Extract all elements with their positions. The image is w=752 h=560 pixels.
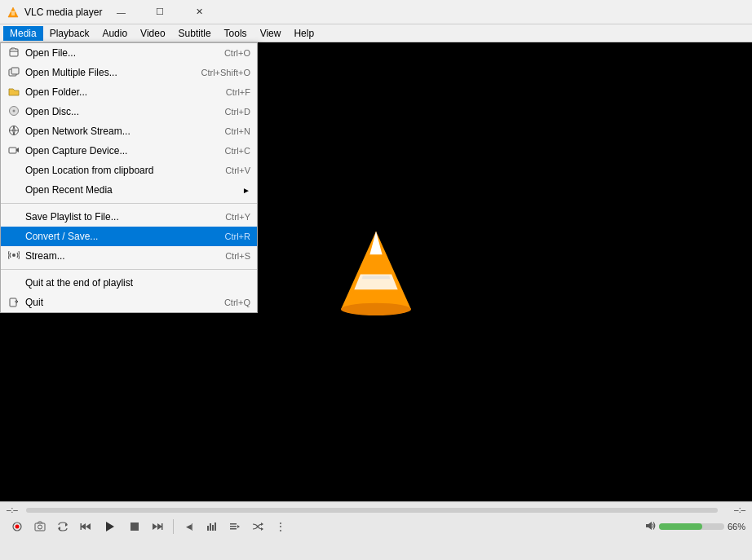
equalizer-button[interactable] bbox=[201, 518, 223, 536]
svg-rect-40 bbox=[230, 523, 237, 525]
open-multiple-shortcut: Ctrl+Shift+O bbox=[201, 68, 250, 77]
stream-shortcut: Ctrl+S bbox=[225, 251, 250, 261]
quit-shortcut: Ctrl+Q bbox=[224, 298, 250, 307]
skip-forward-button[interactable] bbox=[147, 518, 168, 536]
menu-item-convert-save[interactable]: Convert / Save... Ctrl+R bbox=[1, 227, 257, 246]
svg-rect-38 bbox=[212, 525, 214, 531]
svg-marker-34 bbox=[153, 523, 157, 530]
menu-item-open-file[interactable]: Open File... Ctrl+O bbox=[1, 43, 257, 63]
menu-playback[interactable]: Playback bbox=[43, 26, 96, 41]
separator-1 bbox=[173, 519, 174, 534]
svg-rect-18 bbox=[9, 148, 16, 153]
open-network-label: Open Network Stream... bbox=[25, 126, 130, 137]
window-controls: — ☐ ✕ bbox=[102, 0, 218, 24]
stream-icon bbox=[7, 249, 20, 263]
svg-rect-13 bbox=[11, 68, 19, 74]
svg-rect-1 bbox=[11, 12, 15, 15]
svg-point-25 bbox=[38, 525, 42, 529]
shuffle-button[interactable] bbox=[247, 518, 268, 536]
menu-item-quit[interactable]: Quit Ctrl+Q bbox=[1, 293, 257, 312]
open-capture-icon bbox=[7, 144, 20, 158]
minimize-button[interactable]: — bbox=[102, 0, 139, 24]
svg-marker-31 bbox=[106, 522, 114, 531]
menu-bar: Media Playback Audio Video Subtitle Tool… bbox=[0, 24, 752, 42]
loop-button[interactable] bbox=[52, 518, 73, 536]
open-disc-label: Open Disc... bbox=[25, 106, 79, 117]
quit-label: Quit bbox=[25, 297, 43, 308]
open-clipboard-label: Open Location from clipboard bbox=[25, 165, 153, 176]
menu-item-open-folder[interactable]: Open Folder... Ctrl+F bbox=[1, 82, 257, 102]
media-dropdown: Open File... Ctrl+O Open Multiple Files.… bbox=[0, 42, 258, 313]
menu-view[interactable]: View bbox=[254, 26, 288, 41]
svg-marker-46 bbox=[646, 522, 652, 530]
menu-item-open-capture[interactable]: Open Capture Device... Ctrl+C bbox=[1, 141, 257, 161]
open-folder-icon bbox=[7, 86, 20, 99]
volume-icon bbox=[644, 520, 656, 534]
seekbar-row: –:– –:– bbox=[0, 502, 752, 516]
menu-item-open-recent[interactable]: Open Recent Media ► bbox=[1, 180, 257, 200]
skip-back-button[interactable] bbox=[75, 518, 96, 536]
open-clipboard-shortcut: Ctrl+V bbox=[225, 165, 250, 175]
svg-rect-42 bbox=[230, 528, 237, 530]
title-bar-text: VLC media player bbox=[24, 7, 102, 18]
menu-item-quit-end[interactable]: Quit at the end of playlist bbox=[1, 273, 257, 293]
seekbar[interactable] bbox=[26, 508, 718, 513]
volume-slider[interactable] bbox=[659, 523, 724, 530]
open-file-icon bbox=[7, 46, 20, 60]
volume-label: 66% bbox=[728, 522, 745, 531]
menu-item-save-playlist[interactable]: Save Playlist to File... Ctrl+Y bbox=[1, 207, 257, 227]
svg-point-15 bbox=[13, 109, 15, 112]
menu-video[interactable]: Video bbox=[134, 26, 171, 41]
menu-tools[interactable]: Tools bbox=[218, 26, 254, 41]
play-button[interactable] bbox=[98, 518, 122, 536]
menu-item-open-clipboard[interactable]: Open Location from clipboard Ctrl+V bbox=[1, 161, 257, 180]
divider-2 bbox=[1, 269, 257, 270]
svg-rect-39 bbox=[215, 523, 216, 531]
close-button[interactable]: ✕ bbox=[180, 0, 218, 24]
open-network-shortcut: Ctrl+N bbox=[225, 126, 250, 136]
app-icon bbox=[7, 6, 20, 19]
svg-marker-29 bbox=[86, 523, 91, 530]
save-playlist-label: Save Playlist to File... bbox=[25, 211, 119, 223]
menu-item-open-network[interactable]: Open Network Stream... Ctrl+N bbox=[1, 121, 257, 141]
volume-area: 66% bbox=[644, 520, 745, 534]
svg-rect-41 bbox=[230, 526, 237, 527]
quit-icon bbox=[7, 296, 20, 310]
record-button[interactable] bbox=[7, 518, 28, 536]
volume-fill bbox=[659, 523, 702, 530]
maximize-button[interactable]: ☐ bbox=[141, 0, 179, 24]
controls-area: –:– –:– bbox=[0, 501, 752, 560]
menu-audio[interactable]: Audio bbox=[95, 26, 134, 41]
open-folder-shortcut: Ctrl+F bbox=[226, 87, 250, 97]
svg-rect-24 bbox=[35, 523, 45, 531]
menu-subtitle[interactable]: Subtitle bbox=[172, 26, 218, 41]
title-bar: VLC media player — ☐ ✕ bbox=[0, 0, 752, 24]
svg-rect-30 bbox=[81, 523, 82, 530]
svg-marker-7 bbox=[349, 289, 404, 305]
stop-button[interactable] bbox=[124, 518, 145, 536]
svg-rect-2 bbox=[11, 11, 15, 12]
svg-marker-44 bbox=[261, 523, 263, 526]
open-recent-label: Open Recent Media bbox=[25, 184, 113, 196]
svg-marker-45 bbox=[261, 527, 263, 531]
snapshot-button[interactable] bbox=[29, 518, 51, 536]
save-playlist-shortcut: Ctrl+Y bbox=[225, 212, 250, 222]
stream-label: Stream... bbox=[25, 250, 65, 262]
svg-rect-11 bbox=[10, 49, 18, 56]
open-network-icon bbox=[7, 125, 20, 139]
time-elapsed: –:– bbox=[7, 505, 23, 514]
playlist-button[interactable] bbox=[224, 518, 246, 536]
frame-back-button[interactable]: ◀| bbox=[179, 518, 200, 536]
svg-marker-10 bbox=[362, 276, 390, 279]
open-file-label: Open File... bbox=[25, 47, 76, 59]
open-disc-shortcut: Ctrl+D bbox=[225, 107, 250, 117]
time-total: –:– bbox=[721, 505, 745, 514]
more-button[interactable]: ⋮ bbox=[270, 518, 291, 536]
menu-help[interactable]: Help bbox=[287, 26, 321, 41]
menu-item-stream[interactable]: Stream... Ctrl+S bbox=[1, 246, 257, 266]
menu-item-open-disc[interactable]: Open Disc... Ctrl+D bbox=[1, 102, 257, 121]
svg-point-23 bbox=[15, 525, 20, 529]
menu-item-open-multiple[interactable]: Open Multiple Files... Ctrl+Shift+O bbox=[1, 63, 257, 82]
menu-media[interactable]: Media bbox=[3, 26, 43, 41]
vlc-cone bbox=[335, 227, 417, 317]
